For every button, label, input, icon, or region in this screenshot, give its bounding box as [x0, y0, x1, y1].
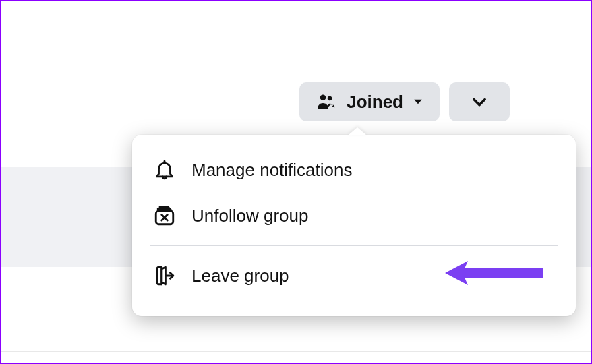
page-bottom-divider — [1, 351, 591, 352]
group-members-icon — [314, 90, 338, 114]
more-chevron-button[interactable] — [449, 82, 510, 121]
menu-item-label: Unfollow group — [191, 206, 308, 226]
svg-point-1 — [328, 96, 332, 101]
group-toolbar: Joined — [299, 82, 510, 121]
menu-item-manage-notifications[interactable]: Manage notifications — [132, 147, 576, 193]
joined-button[interactable]: Joined — [299, 82, 440, 121]
menu-item-unfollow-group[interactable]: Unfollow group — [132, 193, 576, 239]
bell-icon — [152, 158, 177, 182]
svg-point-0 — [320, 95, 326, 101]
joined-button-label: Joined — [347, 92, 403, 113]
menu-item-label: Manage notifications — [191, 160, 352, 181]
unfollow-icon — [152, 204, 177, 228]
menu-item-label: Leave group — [191, 266, 289, 286]
annotation-arrow — [442, 258, 543, 288]
joined-dropdown-menu: Manage notifications Unfollow group — [132, 135, 576, 316]
menu-item-leave-group[interactable]: Leave group — [132, 253, 576, 299]
menu-divider — [150, 245, 558, 246]
leave-icon — [152, 264, 177, 288]
caret-down-icon — [411, 90, 425, 114]
chevron-down-icon — [467, 90, 492, 114]
